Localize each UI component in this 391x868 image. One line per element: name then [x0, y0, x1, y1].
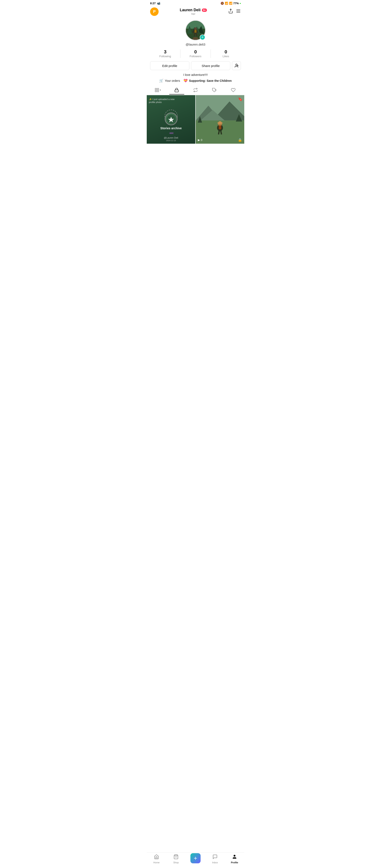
- content-grid: ✨ I just uploaded a newprofile photo Sto…: [147, 95, 244, 144]
- charity-link[interactable]: 💝 Supporting: Save the Children: [183, 79, 232, 83]
- svg-rect-27: [157, 91, 159, 92]
- stories-upload-text: ✨ I just uploaded a newprofile photo: [149, 98, 175, 104]
- followers-label: Followers: [189, 55, 202, 58]
- stat-followers[interactable]: 0 Followers: [180, 49, 211, 58]
- share-icon-btn[interactable]: [228, 8, 233, 15]
- video-card-inner: 🔖 ▶ 0 🔒: [196, 95, 244, 144]
- followers-count: 0: [194, 49, 197, 55]
- svg-line-20: [197, 33, 197, 36]
- profile-username: @lauren.deli3: [186, 42, 206, 46]
- nav-home[interactable]: Home: [147, 854, 166, 864]
- status-bar: 8:27 📹 🔕 📶 📶 77% ●: [147, 0, 244, 6]
- play-count-value: 0: [201, 138, 202, 142]
- action-buttons-row: Edit profile Share profile: [150, 61, 241, 70]
- svg-rect-26: [155, 91, 156, 92]
- header-pronoun: her: [191, 12, 196, 16]
- share-profile-button[interactable]: Share profile: [191, 61, 230, 70]
- stories-date: 2024-11-13: [166, 140, 176, 142]
- nav-shop[interactable]: Shop: [166, 854, 186, 864]
- avatar-container[interactable]: +: [185, 20, 206, 40]
- status-time: 8:27 📹: [150, 2, 160, 5]
- orders-link[interactable]: 🛒 Your orders: [159, 79, 180, 83]
- home-icon: [154, 854, 159, 861]
- svg-point-48: [234, 855, 235, 857]
- inbox-icon: [212, 854, 217, 861]
- battery-label: 77%: [233, 2, 239, 5]
- tab-repost[interactable]: [186, 86, 205, 94]
- status-indicators: 🔕 📶 📶 77% ●: [220, 2, 241, 5]
- signal-icon: 📶: [225, 2, 228, 5]
- profile-logo-btn[interactable]: P: [150, 7, 159, 16]
- svg-line-19: [194, 33, 194, 36]
- battery-dot: ●: [240, 2, 241, 4]
- time-label: 8:27: [150, 2, 156, 5]
- stories-card-inner: ✨ I just uploaded a newprofile photo Sto…: [147, 95, 195, 144]
- menu-icon-btn[interactable]: [236, 8, 241, 15]
- bottom-navigation: Home Shop + Inbox Profile: [147, 852, 244, 868]
- charity-label: Supporting: Save the Children: [189, 79, 232, 83]
- camera-icon: 📹: [157, 2, 160, 5]
- svg-rect-43: [219, 121, 221, 123]
- svg-line-45: [219, 131, 219, 134]
- likes-count: 0: [224, 49, 227, 55]
- stat-following[interactable]: 3 Following: [150, 49, 180, 58]
- home-label: Home: [153, 861, 159, 864]
- tab-liked[interactable]: [224, 86, 243, 94]
- orders-label: Your orders: [165, 79, 180, 83]
- following-label: Following: [159, 55, 171, 58]
- wifi-icon: 📶: [229, 2, 232, 5]
- header-right-icons: [228, 8, 241, 15]
- shop-label: Shop: [173, 861, 179, 864]
- video-overlay: ▶ 0 🔒: [196, 138, 244, 142]
- stories-avatar: [165, 113, 178, 125]
- svg-point-21: [236, 64, 237, 65]
- tab-grid[interactable]: ▾: [148, 86, 167, 94]
- likes-label: Likes: [223, 55, 229, 58]
- top-header: P Lauren Deli 9+ her: [147, 6, 244, 18]
- profile-icon: [232, 854, 237, 861]
- shop-icon: [174, 854, 179, 861]
- stories-archive-card[interactable]: ✨ I just uploaded a newprofile photo Sto…: [147, 95, 195, 144]
- svg-line-46: [221, 131, 221, 134]
- svg-line-18: [198, 32, 198, 33]
- stories-username: @Lauren Deli: [164, 136, 178, 139]
- video-card[interactable]: 🔖 ▶ 0 🔒: [196, 95, 244, 144]
- create-plus-button[interactable]: +: [190, 853, 201, 863]
- nav-create[interactable]: +: [186, 855, 205, 863]
- content-tabs: ▾: [147, 86, 244, 95]
- notification-badge[interactable]: 9+: [202, 8, 207, 12]
- video-play-count: ▶ 0: [198, 138, 202, 142]
- svg-line-30: [215, 89, 216, 91]
- edit-profile-button[interactable]: Edit profile: [150, 61, 189, 70]
- profile-label: Profile: [231, 861, 238, 864]
- stories-label-text: Stories archive: [160, 126, 181, 130]
- svg-rect-44: [219, 125, 221, 129]
- tab-tagged[interactable]: [205, 86, 224, 94]
- stats-row: 3 Following 0 Followers 0 Likes: [150, 49, 241, 58]
- nav-inbox[interactable]: Inbox: [205, 854, 225, 864]
- following-count: 3: [164, 49, 167, 55]
- svg-rect-16: [194, 30, 197, 33]
- svg-line-17: [193, 32, 193, 33]
- header-center: Lauren Deli 9+ her: [180, 8, 207, 16]
- avatar-add-btn[interactable]: +: [200, 35, 205, 40]
- links-row: 🛒 Your orders 💝 Supporting: Save the Chi…: [150, 79, 241, 83]
- cart-icon: 🛒: [159, 79, 163, 83]
- tab-lock[interactable]: [167, 86, 186, 94]
- heart-icon: 💝: [183, 79, 188, 83]
- svg-rect-25: [157, 88, 159, 90]
- add-friend-button[interactable]: [232, 61, 241, 70]
- svg-point-15: [194, 27, 197, 30]
- profile-section: + @lauren.deli3 3 Following 0 Followers …: [147, 18, 244, 86]
- inbox-label: Inbox: [212, 861, 218, 864]
- bio-text: I love adventure!!!!: [183, 73, 208, 76]
- nav-profile[interactable]: Profile: [225, 854, 244, 864]
- svg-rect-28: [175, 90, 179, 92]
- stat-likes[interactable]: 0 Likes: [211, 49, 241, 58]
- mute-icon: 🔕: [220, 2, 224, 5]
- stories-arrows-icon: «««: [169, 131, 173, 135]
- play-icon: ▶: [198, 138, 200, 142]
- tab-grid-arrow: ▾: [160, 89, 161, 92]
- svg-rect-24: [155, 88, 156, 90]
- video-lock-icon: 🔒: [238, 138, 242, 142]
